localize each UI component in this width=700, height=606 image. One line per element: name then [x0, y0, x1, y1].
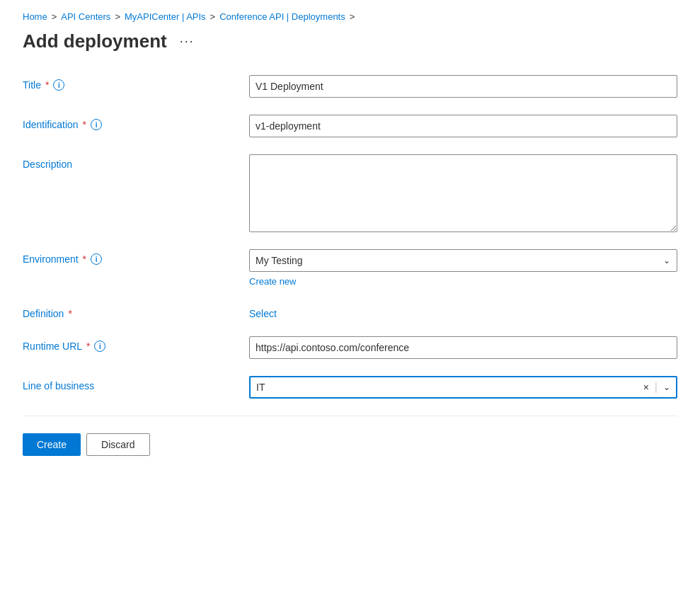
identification-control-col — [249, 115, 677, 137]
runtime-url-info-icon[interactable]: i — [94, 341, 105, 352]
page-container: Home > API Centers > MyAPICenter | APIs … — [0, 0, 700, 479]
identification-input[interactable] — [249, 115, 677, 137]
identification-row: Identification * i — [23, 115, 677, 137]
identification-required-star: * — [83, 119, 86, 130]
runtime-url-label-text: Runtime URL — [23, 341, 82, 352]
line-of-business-control-col: IT × | ⌄ — [249, 376, 677, 399]
description-textarea[interactable] — [249, 154, 677, 232]
identification-info-icon[interactable]: i — [91, 119, 102, 130]
description-row: Description — [23, 154, 677, 232]
environment-control-col: My Testing Production Staging Developmen… — [249, 249, 677, 287]
form-container: Title * i Identification * i — [23, 75, 677, 456]
environment-label-col: Environment * i — [23, 249, 249, 265]
identification-label: Identification * i — [23, 119, 249, 130]
definition-row: Definition * Select — [23, 304, 677, 319]
title-control-col — [249, 75, 677, 98]
breadcrumb-separator-4: > — [350, 11, 355, 22]
breadcrumb: Home > API Centers > MyAPICenter | APIs … — [23, 11, 677, 22]
page-title-row: Add deployment ··· — [23, 30, 677, 52]
environment-row: Environment * i My Testing Production St… — [23, 249, 677, 287]
definition-label-text: Definition — [23, 308, 64, 319]
line-of-business-label-text: Line of business — [23, 380, 94, 391]
title-required-star: * — [45, 79, 49, 91]
form-divider — [23, 416, 677, 416]
create-new-link[interactable]: Create new — [249, 276, 677, 287]
discard-button[interactable]: Discard — [86, 433, 149, 456]
breadcrumb-my-api-center[interactable]: MyAPICenter | APIs — [125, 11, 206, 22]
runtime-url-label-col: Runtime URL * i — [23, 336, 249, 352]
create-button[interactable]: Create — [23, 433, 81, 456]
environment-select-wrapper: My Testing Production Staging Developmen… — [249, 249, 677, 272]
description-label-col: Description — [23, 154, 249, 170]
button-row: Create Discard — [23, 433, 677, 456]
definition-control-col: Select — [249, 304, 677, 319]
line-of-business-chevron-icon[interactable]: ⌄ — [663, 382, 670, 392]
identification-label-col: Identification * i — [23, 115, 249, 130]
title-input[interactable] — [249, 75, 677, 98]
line-of-business-label-col: Line of business — [23, 376, 249, 391]
environment-info-icon[interactable]: i — [91, 253, 102, 265]
breadcrumb-separator-1: > — [52, 11, 57, 22]
runtime-url-input[interactable] — [249, 336, 677, 359]
description-label: Description — [23, 159, 249, 170]
description-label-text: Description — [23, 159, 72, 170]
identification-label-text: Identification — [23, 119, 79, 130]
breadcrumb-conference-api[interactable]: Conference API | Deployments — [219, 11, 345, 22]
description-control-col — [249, 154, 677, 232]
line-of-business-multiselect[interactable]: IT × | ⌄ — [249, 376, 677, 399]
breadcrumb-api-centers[interactable]: API Centers — [61, 11, 110, 22]
definition-required-star: * — [68, 308, 71, 319]
definition-label-col: Definition * — [23, 304, 249, 319]
environment-label: Environment * i — [23, 253, 249, 265]
title-label-text: Title — [23, 79, 41, 91]
line-of-business-row: Line of business IT × | ⌄ — [23, 376, 677, 399]
line-of-business-label: Line of business — [23, 380, 249, 391]
line-of-business-clear-icon[interactable]: × — [643, 382, 649, 392]
line-of-business-value: IT — [256, 382, 643, 393]
title-info-icon[interactable]: i — [53, 79, 64, 91]
title-label-col: Title * i — [23, 75, 249, 91]
more-actions-button[interactable]: ··· — [176, 33, 199, 50]
page-title: Add deployment — [23, 30, 167, 52]
definition-select-link[interactable]: Select — [249, 304, 677, 319]
title-label: Title * i — [23, 79, 249, 91]
environment-select[interactable]: My Testing Production Staging Developmen… — [249, 249, 677, 272]
breadcrumb-separator-2: > — [115, 11, 120, 22]
runtime-url-control-col — [249, 336, 677, 359]
title-row: Title * i — [23, 75, 677, 98]
runtime-url-label: Runtime URL * i — [23, 341, 249, 352]
line-of-business-separator: | — [655, 381, 658, 394]
environment-label-text: Environment — [23, 253, 79, 265]
runtime-url-row: Runtime URL * i — [23, 336, 677, 359]
definition-label: Definition * — [23, 308, 249, 319]
breadcrumb-home[interactable]: Home — [23, 11, 47, 22]
environment-required-star: * — [83, 253, 86, 265]
runtime-url-required-star: * — [86, 341, 90, 352]
breadcrumb-separator-3: > — [210, 11, 216, 22]
line-of-business-actions: × | ⌄ — [643, 381, 670, 394]
